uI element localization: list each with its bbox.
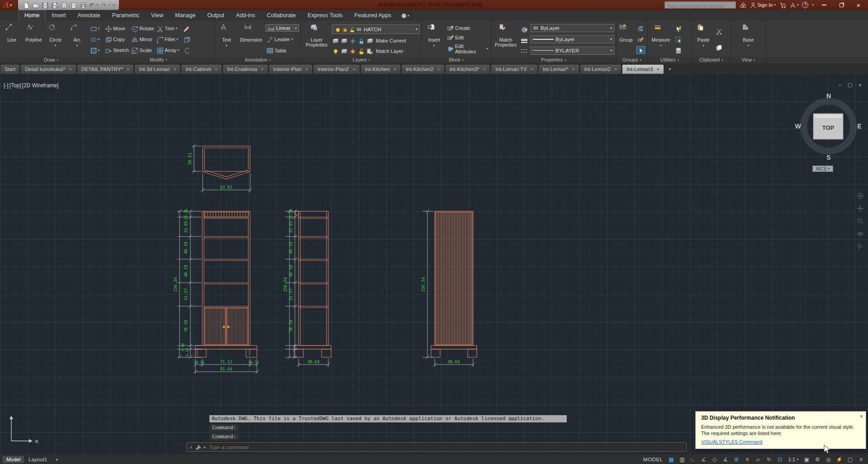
mirror-button[interactable]: Mirror [130,34,156,45]
group-selection-toggle[interactable] [636,46,645,54]
file-tab[interactable]: DETAIL PANTRY*× [77,64,134,74]
isolate-objects-button[interactable]: ◎ [823,456,834,463]
new-layout-button[interactable]: + [52,456,62,463]
tab-close-icon[interactable]: × [394,66,396,72]
save-as-icon[interactable] [51,2,58,9]
line-button[interactable]: Line [1,22,22,57]
text-button[interactable]: Text▾ [216,22,237,57]
tab-close-icon[interactable]: × [531,66,533,72]
measure-button[interactable]: Measure▾ [649,22,673,57]
tab-close-icon[interactable]: × [215,66,218,72]
rotate-button[interactable]: Rotate [130,23,156,34]
array-button[interactable]: Array▾ [156,45,181,56]
selection-cycling-toggle[interactable]: ↻ [764,456,774,463]
drawing-canvas[interactable]: [-] [Top] [2D Wireframe] − ▢ × TOP N S W… [0,74,868,455]
graphics-performance-button[interactable]: ⚡ [834,456,844,463]
linetype-dropdown[interactable]: BYLAYER ▾ [531,47,614,55]
hatch-button[interactable]: ▾ [89,47,101,54]
linear-dimension-dropdown[interactable]: Linear ▾ [266,24,299,32]
search-icon[interactable] [740,2,746,8]
group-edit-button[interactable] [636,35,645,42]
panel-label-groups[interactable]: Groups▾ [617,57,647,63]
help-icon[interactable]: ? [802,2,808,8]
join-button[interactable] [182,47,191,54]
file-tab[interactable]: Detail konstruksi*× [20,64,76,74]
dimension-button[interactable]: Dimension [237,22,264,57]
erase-button[interactable] [182,25,191,33]
id-point-button[interactable] [674,36,683,43]
clean-screen-button[interactable]: ▢ [845,456,855,463]
ribbon-tab-manage[interactable]: Manage [169,10,201,21]
new-drawing-tab-button[interactable]: + [664,64,675,74]
help-search-field[interactable] [664,1,736,9]
group-button[interactable]: Group [617,22,635,57]
layout1-tab[interactable]: Layout1 [25,456,51,463]
ribbon-tab-annotate[interactable]: Annotate [72,10,106,21]
file-tab[interactable]: Int-Lemari TV× [491,64,538,74]
ellipse-button[interactable]: ▾ [89,36,101,43]
leader-button[interactable]: Leader▾ [266,35,299,43]
panel-label-annotation[interactable]: Annotation▾ [215,57,301,63]
ribbon-tab-output[interactable]: Output [201,10,230,21]
quick-select-button[interactable] [674,25,683,33]
transparency-toggle[interactable]: ▱ [753,456,763,463]
table-button[interactable]: Table [266,47,299,54]
model-space-label[interactable]: MODEL [643,457,663,462]
search-input[interactable] [665,3,735,9]
create-block-button[interactable]: Create [446,24,489,32]
tab-close-icon[interactable]: × [352,66,355,72]
panel-label-modify[interactable]: Modify▾ [103,57,214,63]
panel-label-utilities[interactable]: Utilities▾ [648,57,692,63]
publish-sheet-icon[interactable] [70,2,77,9]
plot-sheet-icon[interactable] [61,2,67,9]
layer-unisolate-icon[interactable] [341,48,347,54]
ribbon-tab-express-tools[interactable]: Express Tools [302,10,349,21]
object-color-dropdown[interactable]: ByLayer ▾ [531,24,614,32]
layer-freeze-icon[interactable] [349,38,356,44]
arc-button[interactable]: Arc▾ [66,22,87,57]
snap-toggle[interactable]: ▥ [677,456,687,463]
visualstyles-command-link[interactable]: VISUALSTYLES Command [701,439,762,445]
match-properties-button[interactable]: Match Properties [493,22,519,57]
grid-toggle[interactable]: ▦ [666,456,676,463]
panel-label-properties[interactable]: Properties▾ [491,57,616,63]
edit-block-button[interactable]: Edit [446,33,489,41]
app-store-cart-icon[interactable] [779,2,786,8]
ribbon-display-toggle[interactable]: ▾ [402,14,409,21]
scale-button[interactable]: Scale [130,45,156,56]
layer-lock-icon[interactable] [358,38,364,44]
polar-tracking-toggle[interactable]: ∠ [698,456,709,463]
ribbon-tab-insert[interactable]: Insert [46,10,71,21]
command-line-bar[interactable]: × ▸ [186,442,687,452]
open-file-icon[interactable] [32,2,39,9]
layer-off-icon[interactable] [332,38,338,44]
file-tab[interactable]: Int-3d Lemari× [134,64,180,74]
circle-button[interactable]: Circle▾ [45,22,66,57]
command-close-icon[interactable]: × [190,445,192,450]
panel-label-view[interactable]: View▾ [731,57,766,63]
layer-on-icon[interactable] [332,48,338,54]
isodraft-toggle[interactable]: ◇ [709,456,720,463]
edit-attributes-button[interactable]: Edit Attributes▾ [446,43,489,55]
tab-close-icon[interactable]: × [483,66,486,72]
copy-button[interactable]: Copy [104,34,130,45]
save-icon[interactable] [42,2,48,9]
annotation-visibility-toggle[interactable]: ▣ [802,456,812,463]
tab-close-icon[interactable]: × [127,66,129,72]
tab-close-icon[interactable]: × [69,66,71,72]
file-tab[interactable]: Int-Kitchen3*× [445,64,490,74]
color-wheel-icon[interactable] [520,26,529,33]
layer-isolate-icon[interactable] [341,38,347,44]
layer-dropdown[interactable]: HATCH ▾ [332,24,420,34]
file-tab-start[interactable]: Start [0,64,20,74]
make-current-icon[interactable] [366,38,373,44]
command-input[interactable] [209,445,683,450]
panel-label-clipboard[interactable]: Clipboard▾ [692,57,730,63]
make-current-button[interactable]: Make Current [375,38,407,44]
file-tab[interactable]: Int-Kitchen× [360,64,401,74]
workspace-switching-button[interactable]: ⚙ [812,456,823,463]
lineweight-icon[interactable] [520,38,529,43]
trim-button[interactable]: Trim▾ [156,23,181,34]
file-tab[interactable]: Interior-Plan2× [313,64,360,74]
model-tab[interactable]: Model [3,456,24,463]
